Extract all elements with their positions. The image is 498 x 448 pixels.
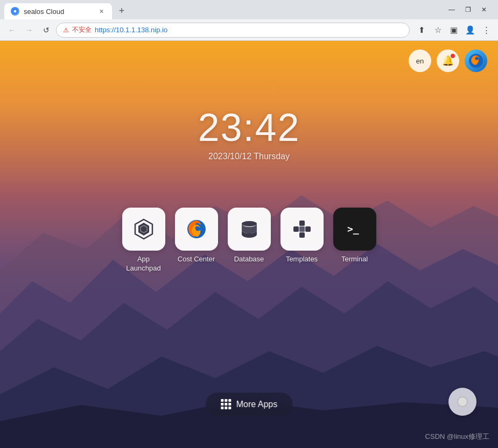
minimize-button[interactable]: — xyxy=(444,2,459,17)
address-bar-row: ← → ↺ ⚠ 不安全 https://10.1.1.138.nip.io ⬆ … xyxy=(0,19,498,41)
svg-rect-10 xyxy=(305,226,311,232)
watermark: CSDN @linux修理工 xyxy=(425,432,489,442)
desktop: en 🔔 23:42 2023/10/12 Thursday xyxy=(0,41,498,448)
browser-chrome: sealos Cloud ✕ + — ❐ ✕ ← → ↺ ⚠ 不安全 https… xyxy=(0,0,498,41)
reload-button[interactable]: ↺ xyxy=(39,23,54,38)
app-templates-label: Templates xyxy=(286,255,318,264)
app-grid: AppLaunchpad Cost Center D xyxy=(0,208,498,273)
app-icon-wrapper-terminal[interactable]: >_ Terminal xyxy=(333,208,376,273)
floating-action-button[interactable] xyxy=(448,388,476,416)
back-button[interactable]: ← xyxy=(4,23,19,38)
app-launchpad-icon xyxy=(122,208,165,251)
notification-button[interactable]: 🔔 xyxy=(437,49,459,72)
app-cost-center-label: Cost Center xyxy=(178,255,215,264)
svg-rect-7 xyxy=(299,221,305,226)
clock-time: 23:42 xyxy=(198,105,300,150)
toolbar-icons: ⬆ ☆ ▣ 👤 ⋮ xyxy=(414,23,494,38)
new-tab-button[interactable]: + xyxy=(114,3,129,18)
svg-point-14 xyxy=(458,397,467,406)
app-templates-icon xyxy=(280,208,324,251)
share-button[interactable]: ⬆ xyxy=(414,23,429,38)
tab-bar: sealos Cloud ✕ + — ❐ ✕ xyxy=(0,0,498,19)
app-cost-center-icon xyxy=(175,208,218,251)
svg-rect-11 xyxy=(299,226,305,232)
app-terminal-label: Terminal xyxy=(341,255,368,264)
svg-rect-9 xyxy=(293,226,299,232)
app-launchpad-label: AppLaunchpad xyxy=(126,255,160,273)
url-display: https://10.1.1.138.nip.io xyxy=(95,26,167,34)
profile-button[interactable]: 👤 xyxy=(462,23,478,38)
security-warning-icon: ⚠ xyxy=(63,26,69,34)
restore-button[interactable]: ❐ xyxy=(460,2,475,17)
user-avatar-button[interactable] xyxy=(465,49,487,72)
menu-button[interactable]: ⋮ xyxy=(479,23,494,38)
security-label: 不安全 xyxy=(72,25,92,34)
svg-text:>_: >_ xyxy=(347,223,359,234)
desktop-topbar: en 🔔 xyxy=(409,49,487,72)
active-tab[interactable]: sealos Cloud ✕ xyxy=(4,3,112,19)
notification-dot xyxy=(451,54,455,58)
app-database-icon xyxy=(228,208,271,251)
window-controls: — ❐ ✕ xyxy=(444,2,494,19)
more-apps-button[interactable]: More Apps xyxy=(206,393,292,416)
app-icon-wrapper-cost-center[interactable]: Cost Center xyxy=(175,208,218,273)
close-button[interactable]: ✕ xyxy=(476,2,492,17)
clock-container: 23:42 2023/10/12 Thursday xyxy=(0,105,498,161)
sidebar-toggle-button[interactable]: ▣ xyxy=(446,23,461,38)
address-bar[interactable]: ⚠ 不安全 https://10.1.1.138.nip.io xyxy=(56,23,410,38)
grid-icon xyxy=(221,399,231,409)
app-database-label: Database xyxy=(234,255,264,264)
svg-marker-3 xyxy=(138,223,149,236)
more-apps-label: More Apps xyxy=(236,400,277,409)
app-icon-wrapper-launchpad[interactable]: AppLaunchpad xyxy=(122,208,165,273)
app-terminal-icon: >_ xyxy=(333,208,376,251)
svg-point-6 xyxy=(242,221,257,226)
floating-button-icon xyxy=(456,395,469,408)
svg-rect-8 xyxy=(299,232,305,238)
app-icon-wrapper-templates[interactable]: Templates xyxy=(280,208,324,273)
tab-title: sealos Cloud xyxy=(24,8,64,16)
bookmark-button[interactable]: ☆ xyxy=(430,23,445,38)
language-button[interactable]: en xyxy=(409,49,431,72)
tab-favicon xyxy=(11,7,19,16)
tab-close-button[interactable]: ✕ xyxy=(97,7,106,16)
clock-date: 2023/10/12 Thursday xyxy=(208,152,290,161)
app-icon-wrapper-database[interactable]: Database xyxy=(228,208,271,273)
forward-button[interactable]: → xyxy=(22,23,37,38)
